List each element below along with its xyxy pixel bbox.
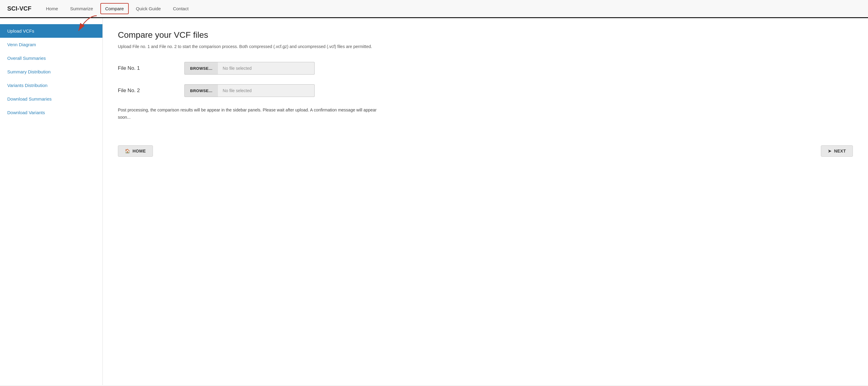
nav-links: Home Summarize Compare Quick Guide Conta… (41, 3, 193, 14)
nav-contact[interactable]: Contact (168, 3, 193, 14)
post-processing-text: Post processing, the comparison results … (118, 107, 390, 121)
bottom-bar: 🏠 HOME ➤ NEXT (118, 139, 853, 157)
file2-name-display: No file selected (218, 84, 315, 97)
sidebar-item-variants-distribution[interactable]: Variants Distribution (0, 78, 102, 92)
file2-label: File No. 2 (118, 88, 184, 94)
nav-quickguide[interactable]: Quick Guide (131, 3, 166, 14)
page-title: Compare your VCF files (118, 30, 853, 40)
main-content: Compare your VCF files Upload File no. 1… (103, 18, 868, 385)
brand: SCI-VCF (7, 5, 31, 12)
sidebar-item-download-variants[interactable]: Download Variants (0, 106, 102, 119)
sidebar-item-venn-diagram[interactable]: Venn Diagram (0, 38, 102, 51)
home-button[interactable]: 🏠 HOME (118, 145, 153, 157)
next-button-label: NEXT (834, 149, 846, 154)
sidebar-item-download-summaries[interactable]: Download Summaries (0, 92, 102, 106)
sidebar: Upload VCFs Venn Diagram Overall Summari… (0, 18, 103, 385)
file1-label: File No. 1 (118, 65, 184, 71)
sidebar-item-summary-distribution[interactable]: Summary Distribution (0, 65, 102, 78)
file2-browse-button[interactable]: BROWSE... (184, 84, 218, 97)
home-button-label: HOME (133, 149, 146, 154)
sidebar-item-upload-vcfs[interactable]: Upload VCFs (0, 24, 102, 38)
nav-home[interactable]: Home (41, 3, 63, 14)
next-button[interactable]: ➤ NEXT (821, 145, 853, 157)
file1-name-display: No file selected (218, 62, 315, 74)
file1-row: File No. 1 BROWSE... No file selected (118, 62, 853, 74)
nav-compare[interactable]: Compare (100, 3, 129, 14)
navbar: SCI-VCF Home Summarize Compare Quick Gui… (0, 0, 868, 18)
file2-row: File No. 2 BROWSE... No file selected (118, 84, 853, 97)
home-icon: 🏠 (125, 149, 130, 154)
main-layout: Upload VCFs Venn Diagram Overall Summari… (0, 18, 868, 385)
sidebar-item-overall-summaries[interactable]: Overall Summaries (0, 51, 102, 65)
file1-browse-button[interactable]: BROWSE... (184, 62, 218, 74)
nav-summarize[interactable]: Summarize (65, 3, 98, 14)
next-arrow-icon: ➤ (828, 149, 832, 154)
page-subtitle: Upload File no. 1 and File no. 2 to star… (118, 43, 853, 50)
